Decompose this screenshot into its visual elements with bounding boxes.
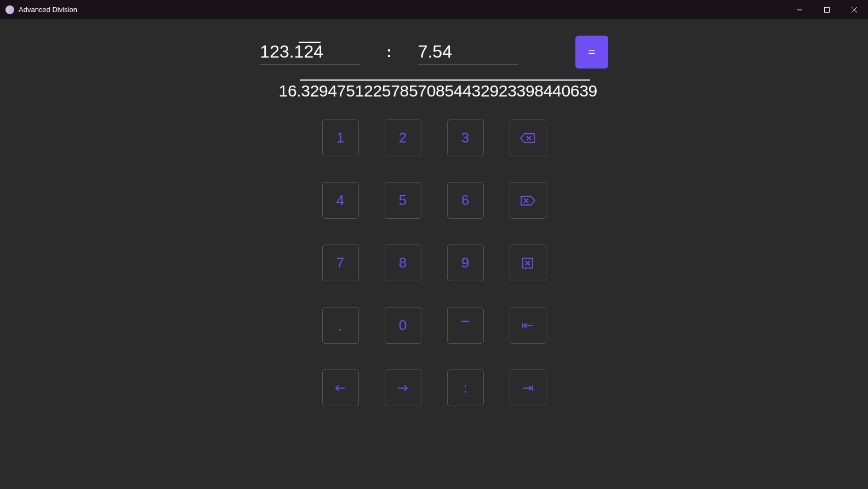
titlebar: Advanced Division <box>0 0 868 19</box>
content: 123.124 : 7.54 = 16.32947512257857085443… <box>0 19 868 406</box>
key-7[interactable]: 7 <box>322 244 359 281</box>
result-divider-line <box>300 79 590 81</box>
key-delete-forward[interactable] <box>510 182 546 219</box>
tab-right-icon <box>522 384 534 392</box>
divisor-value: 7.54 <box>418 39 518 65</box>
key-1[interactable]: 1 <box>322 120 359 156</box>
tab-left-icon <box>522 322 534 329</box>
close-button[interactable] <box>841 0 868 19</box>
delete-forward-icon <box>520 195 535 206</box>
clear-icon <box>522 257 534 269</box>
key-3[interactable]: 3 <box>447 120 484 156</box>
divisor-field[interactable]: 7.54 <box>418 39 518 65</box>
dividend-field[interactable]: 123.124 <box>260 39 360 65</box>
dividend-value: 123.124 <box>260 39 360 65</box>
svg-rect-1 <box>825 7 830 12</box>
key-backspace[interactable] <box>510 120 546 156</box>
key-tab-right[interactable] <box>510 369 546 406</box>
division-colon: : <box>386 43 391 61</box>
arrow-left-icon <box>335 384 346 392</box>
key-clear[interactable] <box>510 244 546 281</box>
key-2[interactable]: 2 <box>385 120 421 156</box>
key-8[interactable]: 8 <box>385 244 421 281</box>
titlebar-controls <box>786 0 868 19</box>
equals-button[interactable]: = <box>575 36 608 69</box>
result-value: 16.329475122578570854432923398440639 <box>279 82 590 100</box>
key-repeating-overbar[interactable] <box>447 307 484 344</box>
key-colon[interactable]: : <box>447 369 484 406</box>
key-9[interactable]: 9 <box>447 244 484 281</box>
key-tab-left[interactable] <box>510 307 546 344</box>
backspace-icon <box>520 133 535 144</box>
key-4[interactable]: 4 <box>322 182 359 219</box>
window-title: Advanced Division <box>19 5 77 14</box>
result-row: 16.329475122578570854432923398440639 <box>279 79 590 100</box>
minimize-button[interactable] <box>786 0 813 19</box>
close-icon <box>851 7 858 13</box>
input-row: 123.124 : 7.54 = <box>260 36 608 69</box>
maximize-icon <box>824 7 830 13</box>
repeating-overbar <box>299 42 321 43</box>
maximize-button[interactable] <box>813 0 841 19</box>
keypad: 1 2 3 4 5 6 7 8 9 <box>322 120 546 406</box>
key-arrow-right[interactable] <box>385 369 421 406</box>
minimize-icon <box>796 7 803 13</box>
arrow-right-icon <box>397 384 408 392</box>
app-icon <box>5 5 14 14</box>
key-6[interactable]: 6 <box>447 182 484 219</box>
key-period[interactable]: . <box>322 307 359 344</box>
key-0[interactable]: 0 <box>385 307 421 344</box>
titlebar-left: Advanced Division <box>5 5 77 14</box>
key-5[interactable]: 5 <box>385 182 421 219</box>
key-arrow-left[interactable] <box>322 369 359 406</box>
